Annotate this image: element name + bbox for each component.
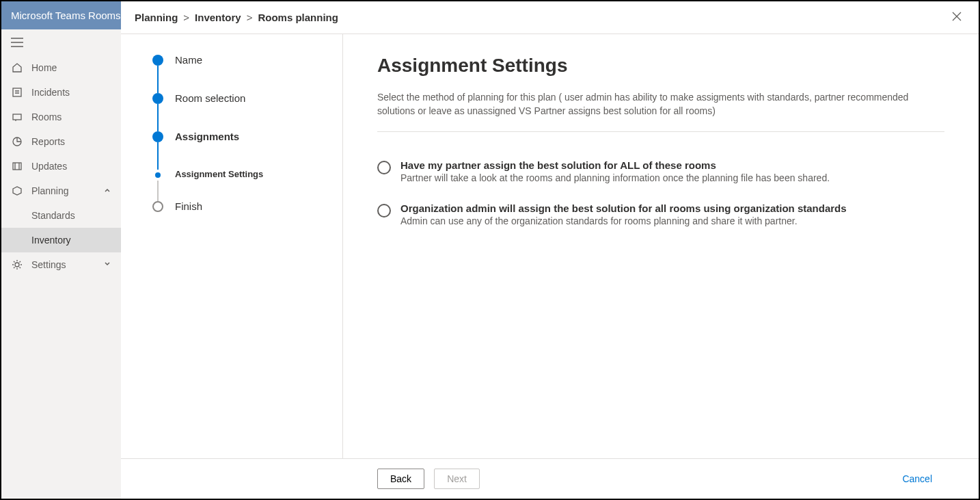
chevron-up-icon (103, 185, 111, 196)
svg-rect-0 (13, 88, 21, 96)
nav-inventory-label: Inventory (31, 235, 71, 246)
option-partner-assign[interactable]: Have my partner assign the best solution… (377, 159, 944, 183)
option-partner-sub: Partner will take a look at the rooms an… (400, 172, 830, 183)
chevron-down-icon (103, 259, 111, 270)
reports-icon (11, 136, 23, 147)
panel-header: Planning > Inventory > Rooms planning (121, 1, 979, 34)
nav-settings[interactable]: Settings (1, 252, 121, 277)
nav-inventory[interactable]: Inventory (1, 228, 121, 252)
nav-home-label: Home (31, 62, 57, 73)
step-name[interactable]: Name (152, 55, 322, 93)
step-room-selection[interactable]: Room selection (152, 93, 322, 131)
step-finish[interactable]: Finish (152, 201, 322, 212)
option-admin-title: Organization admin will assign the best … (400, 202, 847, 214)
nav-reports-label: Reports (31, 136, 65, 147)
left-nav: Microsoft Teams Rooms Home Incidents Roo… (1, 1, 121, 499)
nav-home[interactable]: Home (1, 55, 121, 80)
breadcrumb-rooms-planning: Rooms planning (258, 12, 338, 23)
svg-point-4 (15, 263, 19, 267)
wizard-stepper: Name Room selection Assignments Assignme… (121, 34, 343, 458)
page-description: Select the method of planning for this p… (377, 90, 944, 132)
brand-title: Microsoft Teams Rooms (1, 1, 121, 29)
close-button[interactable] (949, 8, 965, 27)
wizard-panel: Planning > Inventory > Rooms planning Na… (121, 1, 979, 499)
step-assignment-settings[interactable]: Assignment Settings (152, 170, 322, 201)
option-partner-title: Have my partner assign the best solution… (400, 159, 830, 171)
nav-standards[interactable]: Standards (1, 203, 121, 228)
planning-icon (11, 185, 23, 196)
nav-updates[interactable]: Updates (1, 154, 121, 179)
step-assignments[interactable]: Assignments (152, 131, 322, 170)
hamburger-icon[interactable] (1, 29, 121, 55)
breadcrumb-sep: > (247, 12, 253, 23)
step-finish-label: Finish (175, 201, 202, 212)
list-icon (11, 87, 23, 98)
breadcrumb: Planning > Inventory > Rooms planning (135, 12, 338, 23)
nav-rooms-label: Rooms (31, 111, 62, 122)
step-room-selection-label: Room selection (175, 93, 245, 104)
wizard-footer: Back Next Cancel (121, 458, 979, 499)
back-button[interactable]: Back (377, 469, 424, 489)
page-title: Assignment Settings (377, 55, 944, 77)
cancel-button[interactable]: Cancel (890, 469, 944, 488)
option-admin-sub: Admin can use any of the organization st… (400, 215, 847, 226)
wizard-content: Assignment Settings Select the method of… (343, 34, 979, 458)
radio-icon[interactable] (377, 161, 391, 174)
step-name-label: Name (175, 55, 202, 66)
breadcrumb-sep: > (183, 12, 189, 23)
step-assignments-label: Assignments (175, 131, 239, 142)
rooms-icon (11, 111, 23, 122)
svg-rect-1 (13, 114, 21, 120)
svg-rect-3 (13, 163, 21, 170)
gear-icon (11, 259, 23, 270)
breadcrumb-inventory[interactable]: Inventory (195, 12, 241, 23)
updates-icon (11, 161, 23, 172)
nav-rooms[interactable]: Rooms (1, 105, 121, 129)
nav-settings-label: Settings (31, 259, 66, 270)
nav-planning-label: Planning (31, 185, 69, 196)
nav-updates-label: Updates (31, 161, 67, 172)
radio-icon[interactable] (377, 204, 391, 218)
nav-standards-label: Standards (31, 210, 75, 221)
option-admin-assign[interactable]: Organization admin will assign the best … (377, 202, 944, 226)
step-assignment-settings-label: Assignment Settings (175, 170, 263, 179)
nav-incidents-label: Incidents (31, 87, 70, 98)
breadcrumb-planning[interactable]: Planning (135, 12, 178, 23)
nav-planning[interactable]: Planning (1, 179, 121, 203)
next-button[interactable]: Next (434, 469, 480, 489)
home-icon (11, 62, 23, 73)
nav-reports[interactable]: Reports (1, 129, 121, 154)
nav-incidents[interactable]: Incidents (1, 80, 121, 105)
